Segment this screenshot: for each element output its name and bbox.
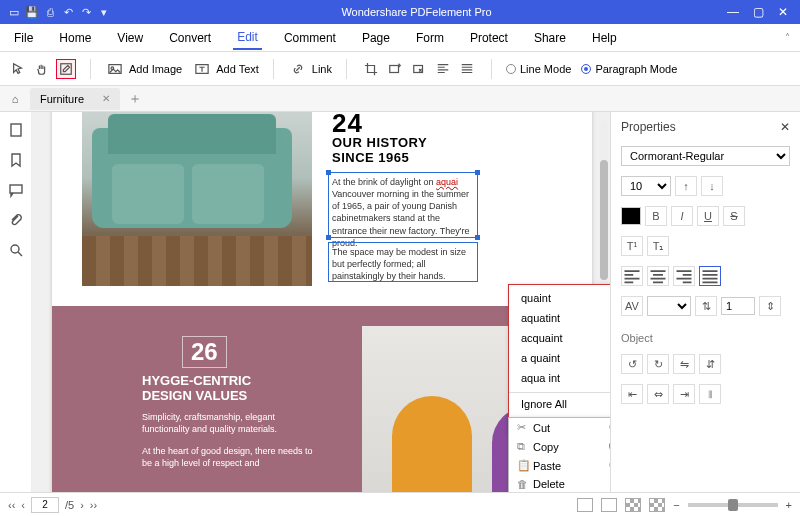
strikethrough-button[interactable]: S [723, 206, 745, 226]
menu-form[interactable]: Form [412, 27, 448, 49]
hand-tool-icon[interactable] [32, 59, 52, 79]
distribute-icon[interactable]: ⫴ [699, 384, 721, 404]
align-left-icon[interactable] [433, 59, 453, 79]
spelling-suggestion[interactable]: acquaint [509, 328, 610, 348]
align-center-button[interactable] [647, 266, 669, 286]
save-icon[interactable]: 💾 [24, 4, 40, 20]
menu-help[interactable]: Help [588, 27, 621, 49]
zoom-in-icon[interactable]: + [786, 499, 792, 511]
menu-page[interactable]: Page [358, 27, 394, 49]
font-size-select[interactable]: 10 [621, 176, 671, 196]
rotate-right-icon[interactable]: ↻ [647, 354, 669, 374]
flip-horizontal-icon[interactable]: ⇋ [673, 354, 695, 374]
two-page-continuous-icon[interactable] [649, 498, 665, 512]
close-tab-icon[interactable]: ✕ [102, 93, 110, 104]
first-page-icon[interactable]: ‹‹ [8, 499, 15, 511]
add-image-label[interactable]: Add Image [129, 63, 182, 75]
undo-icon[interactable]: ↶ [60, 4, 76, 20]
font-family-select[interactable]: Cormorant-Regular [621, 146, 790, 166]
align-obj-left-icon[interactable]: ⇤ [621, 384, 643, 404]
ignore-all-item[interactable]: Ignore All [509, 394, 610, 414]
redo-icon[interactable]: ↷ [78, 4, 94, 20]
extract-image-icon[interactable] [409, 59, 429, 79]
search-icon[interactable] [8, 242, 24, 258]
scrollbar-thumb[interactable] [600, 160, 608, 280]
crop-icon[interactable] [361, 59, 381, 79]
menu-view[interactable]: View [113, 27, 147, 49]
zoom-slider[interactable] [688, 503, 778, 507]
menu-file[interactable]: File [10, 27, 37, 49]
next-page-icon[interactable]: › [80, 499, 84, 511]
underline-button[interactable]: U [697, 206, 719, 226]
add-image-icon[interactable] [105, 59, 125, 79]
spelling-suggestion[interactable]: aqua int [509, 368, 610, 391]
align-right-button[interactable] [673, 266, 695, 286]
home-tab-icon[interactable]: ⌂ [6, 90, 24, 108]
comments-icon[interactable] [8, 182, 24, 198]
flip-vertical-icon[interactable]: ⇵ [699, 354, 721, 374]
superscript-button[interactable]: T¹ [621, 236, 643, 256]
link-label[interactable]: Link [312, 63, 332, 75]
thumbnails-icon[interactable] [8, 122, 24, 138]
select-tool-icon[interactable] [8, 59, 28, 79]
menu-comment[interactable]: Comment [280, 27, 340, 49]
maximize-icon[interactable]: ▢ [753, 5, 764, 19]
page-number-input[interactable] [31, 497, 59, 513]
edit-text-tool-icon[interactable] [56, 59, 76, 79]
bookmarks-icon[interactable] [8, 152, 24, 168]
spelling-suggestion[interactable]: aquatint [509, 308, 610, 328]
menu-convert[interactable]: Convert [165, 27, 215, 49]
last-page-icon[interactable]: ›› [90, 499, 97, 511]
close-icon[interactable]: ✕ [778, 5, 788, 19]
add-text-icon[interactable] [192, 59, 212, 79]
document-canvas[interactable]: 24 OUR HISTORY SINCE 1965 At the brink o… [32, 112, 610, 492]
paste-item[interactable]: 📋PasteCtrl+V [509, 456, 610, 475]
spelling-suggestion[interactable]: quaint [509, 285, 610, 308]
collapse-ribbon-icon[interactable]: ˄ [785, 32, 790, 43]
slider-knob[interactable] [728, 499, 738, 511]
two-page-view-icon[interactable] [625, 498, 641, 512]
cut-item[interactable]: ✂CutCtrl+X [509, 418, 610, 437]
align-obj-center-icon[interactable]: ⇔ [647, 384, 669, 404]
align-obj-right-icon[interactable]: ⇥ [673, 384, 695, 404]
subscript-button[interactable]: T₁ [647, 236, 669, 256]
prev-page-icon[interactable]: ‹ [21, 499, 25, 511]
paragraph-mode-radio[interactable]: Paragraph Mode [581, 63, 677, 75]
align-options-icon[interactable] [457, 59, 477, 79]
menu-protect[interactable]: Protect [466, 27, 512, 49]
copy-item[interactable]: ⧉CopyCtrl+C [509, 437, 610, 456]
zoom-out-icon[interactable]: − [673, 499, 679, 511]
line-spacing-icon[interactable]: ⇅ [695, 296, 717, 316]
char-spacing-select[interactable] [647, 296, 691, 316]
rotate-left-icon[interactable]: ↺ [621, 354, 643, 374]
bold-button[interactable]: B [645, 206, 667, 226]
close-panel-icon[interactable]: ✕ [780, 120, 790, 134]
italic-button[interactable]: I [671, 206, 693, 226]
align-justify-button[interactable] [699, 266, 721, 286]
single-page-view-icon[interactable] [577, 498, 593, 512]
replace-image-icon[interactable] [385, 59, 405, 79]
text-selection-box[interactable] [328, 242, 478, 282]
continuous-view-icon[interactable] [601, 498, 617, 512]
link-icon[interactable] [288, 59, 308, 79]
spelling-suggestion[interactable]: a quaint [509, 348, 610, 368]
decrease-font-icon[interactable]: ↓ [701, 176, 723, 196]
open-icon[interactable]: ▭ [6, 4, 22, 20]
align-left-button[interactable] [621, 266, 643, 286]
text-selection-box[interactable] [328, 172, 478, 238]
print-icon[interactable]: ⎙ [42, 4, 58, 20]
menu-home[interactable]: Home [55, 27, 95, 49]
minimize-icon[interactable]: — [727, 5, 739, 19]
line-mode-radio[interactable]: Line Mode [506, 63, 571, 75]
font-color-swatch[interactable] [621, 207, 641, 225]
new-tab-icon[interactable]: ＋ [128, 90, 142, 108]
attachments-icon[interactable] [8, 212, 24, 228]
add-text-label[interactable]: Add Text [216, 63, 259, 75]
document-tab[interactable]: Furniture ✕ [30, 88, 120, 110]
delete-item[interactable]: 🗑DeleteDel [509, 475, 610, 492]
spacing-stepper-icon[interactable]: ⇕ [759, 296, 781, 316]
char-spacing-icon[interactable]: AV [621, 296, 643, 316]
qat-more-icon[interactable]: ▾ [96, 4, 112, 20]
increase-font-icon[interactable]: ↑ [675, 176, 697, 196]
line-spacing-input[interactable] [721, 297, 755, 315]
